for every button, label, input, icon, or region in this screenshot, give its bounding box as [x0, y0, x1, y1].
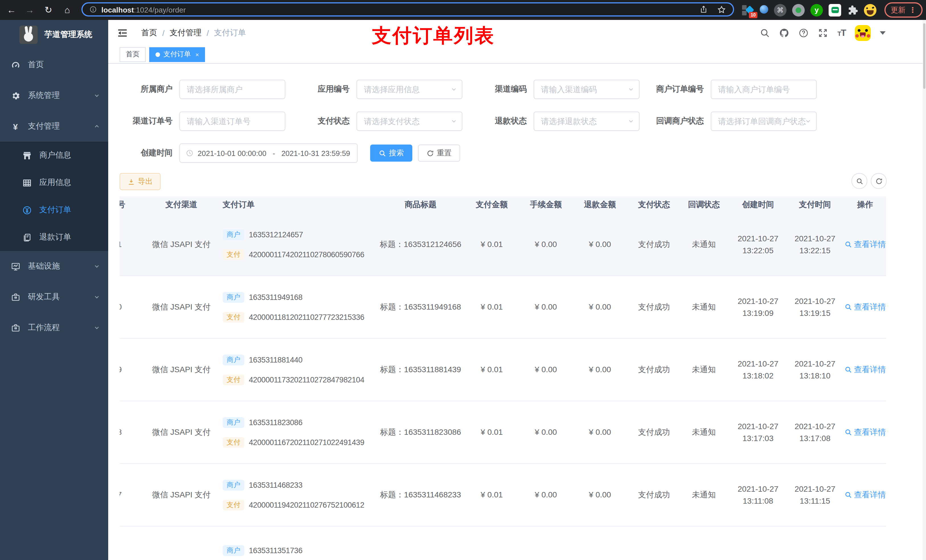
tab-close-icon[interactable]: ×	[195, 51, 199, 58]
browser-menu-icon[interactable]: ⋮	[909, 6, 916, 14]
extension-green-dot-icon[interactable]	[792, 4, 805, 16]
help-icon[interactable]	[799, 27, 809, 38]
sidebar-item-home[interactable]: 首页	[0, 50, 108, 80]
cell-order: 商户1635311881440支付42000011732021102728479…	[217, 339, 377, 401]
cell-create-time: 2021-10-2713:17:03	[727, 401, 789, 463]
filter-row-1: 所属商户 应用编号 渠道编码 商户订单编号	[120, 80, 823, 99]
screenshot-stage: ← → ↻ ⌂ localhost:1024/pay/order 10 ⌘ y	[0, 0, 926, 560]
browser-reload-icon[interactable]: ↻	[42, 0, 55, 20]
browser-forward-icon[interactable]: →	[23, 0, 36, 20]
cell-pay-status: 支付成功	[627, 464, 681, 526]
browser-chrome: ← → ↻ ⌂ localhost:1024/pay/order 10 ⌘ y	[0, 0, 926, 21]
yen-circle-icon	[22, 205, 32, 215]
github-icon[interactable]	[779, 27, 790, 38]
app-title: 芋道管理系统	[44, 30, 92, 40]
date-range-picker[interactable]: 2021-10-01 00:00:00 - 2021-10-31 23:59:5…	[179, 143, 358, 163]
sidebar-item-dev-tools[interactable]: 研发工具	[0, 282, 108, 312]
app-logo-row[interactable]: 芋道管理系统	[0, 20, 108, 50]
extension-grid-diamond-icon[interactable]: 10	[741, 4, 754, 16]
merchant-input[interactable]	[179, 80, 285, 99]
sidebar-item-pay-order[interactable]: 支付订单	[0, 196, 108, 223]
view-detail-link[interactable]: 查看详情	[844, 238, 886, 251]
col-id: 编号	[120, 200, 146, 210]
view-detail-link[interactable]: 查看详情	[844, 301, 886, 313]
sidebar-item-workflow[interactable]: 工作流程	[0, 312, 108, 343]
address-bar[interactable]: localhost:1024/pay/order	[82, 2, 734, 17]
tab-home[interactable]: 首页	[120, 47, 146, 62]
refund-status-select[interactable]	[534, 112, 640, 131]
table-search-toggle-button[interactable]	[851, 173, 867, 189]
sidebar-item-infrastructure[interactable]: 基础设施	[0, 251, 108, 282]
cell-pay-time	[789, 527, 841, 560]
table-header-row: 编号支付渠道支付订单商品标题支付金额手续金额退款金额支付状态回调状态创建时间支付…	[120, 196, 886, 213]
browser-home-icon[interactable]: ⌂	[61, 0, 74, 20]
chevron-down-icon	[94, 92, 100, 99]
export-button[interactable]: 导出	[120, 173, 160, 190]
merchant-order-no-input[interactable]	[711, 80, 817, 99]
active-tab-dot-icon	[156, 52, 160, 57]
notify-status-select[interactable]	[711, 112, 817, 131]
breadcrumb: 首页 / 支付管理 / 支付订单	[141, 27, 246, 38]
sidebar-item-payment[interactable]: ¥支付管理	[0, 111, 108, 142]
page-scrollbar[interactable]	[923, 20, 926, 560]
sidebar-item-merchant-info[interactable]: 商户信息	[0, 142, 108, 169]
sidebar-item-app-info[interactable]: 应用信息	[0, 169, 108, 196]
app-no-select[interactable]	[357, 80, 462, 99]
extension-chat-icon[interactable]	[829, 4, 841, 16]
omnibox-actions	[699, 5, 726, 14]
scrollbar-thumb[interactable]	[923, 23, 925, 89]
cell-refund: ¥ 0.00	[573, 401, 627, 463]
extensions-puzzle-icon[interactable]	[847, 4, 858, 16]
fullscreen-icon[interactable]	[818, 27, 828, 38]
breadcrumb-home[interactable]: 首页	[141, 27, 157, 38]
cell-refund: ¥ 0.00	[573, 276, 627, 338]
browser-update-button[interactable]: 更新⋮	[884, 2, 923, 18]
refresh-icon	[875, 177, 882, 185]
view-detail-link[interactable]: 查看详情	[844, 426, 886, 438]
share-icon[interactable]	[699, 5, 708, 14]
sidebar-menu: 首页系统管理¥支付管理商户信息应用信息支付订单退款订单基础设施研发工具工作流程	[0, 50, 108, 343]
channel-order-no-input[interactable]	[179, 112, 285, 131]
filter-channel-code: 渠道编码	[474, 80, 646, 99]
sidebar-item-system[interactable]: 系统管理	[0, 80, 108, 111]
filter-label: 应用编号	[297, 84, 357, 95]
view-detail-link[interactable]: 查看详情	[844, 364, 886, 376]
store-icon	[22, 150, 32, 160]
reset-button[interactable]: 重置	[418, 145, 460, 162]
search-button[interactable]: 搜索	[370, 145, 412, 162]
cell-create-time: 2021-10-2713:11:08	[727, 464, 789, 526]
cell-channel	[146, 527, 217, 560]
view-detail-link[interactable]: 查看详情	[844, 489, 886, 501]
table-row: 20微信 JSAPI 支付商户1635311949168支付4200001181…	[120, 276, 886, 339]
filter-merchant: 所属商户	[120, 80, 292, 99]
site-info-icon[interactable]	[89, 6, 97, 13]
cell-order: 商户1635311351736	[217, 527, 377, 560]
sidebar-collapse-icon[interactable]	[117, 27, 128, 38]
cell-refund: ¥ 0.00	[573, 464, 627, 526]
avatar-caret-icon[interactable]	[880, 31, 885, 35]
sidebar-item-refund-order[interactable]: 退款订单	[0, 223, 108, 251]
tab-pay-order[interactable]: 支付订单×	[149, 47, 205, 62]
profile-avatar-icon[interactable]	[864, 4, 876, 16]
filter-row-3: 创建时间 2021-10-01 00:00:00 - 2021-10-31 23…	[120, 143, 460, 163]
table-refresh-button[interactable]	[871, 173, 887, 189]
col-action: 操作	[841, 200, 886, 210]
pay-status-select[interactable]	[357, 112, 462, 131]
font-size-icon[interactable]: TT	[837, 27, 846, 38]
extension-command-icon[interactable]: ⌘	[774, 4, 787, 16]
cell-pay-status: 支付成功	[627, 401, 681, 463]
cell-order: 商户1635311949168支付42000011812021102777232…	[217, 276, 377, 338]
cell-notify-status: 未通知	[681, 339, 727, 401]
bookmark-star-icon[interactable]	[717, 5, 726, 14]
filter-pay-status: 支付状态	[297, 112, 469, 131]
browser-back-icon[interactable]: ←	[5, 0, 18, 20]
sidebar-item-label: 支付订单	[39, 205, 71, 215]
breadcrumb-payment[interactable]: 支付管理	[170, 27, 201, 38]
channel-code-select[interactable]	[534, 80, 640, 99]
col-amount: 支付金额	[465, 200, 519, 210]
search-icon[interactable]	[760, 27, 770, 38]
extension-balloon-icon[interactable]	[760, 5, 768, 14]
user-avatar[interactable]	[855, 25, 871, 41]
cell-id	[120, 527, 146, 560]
extension-y-icon[interactable]: y	[810, 4, 823, 16]
